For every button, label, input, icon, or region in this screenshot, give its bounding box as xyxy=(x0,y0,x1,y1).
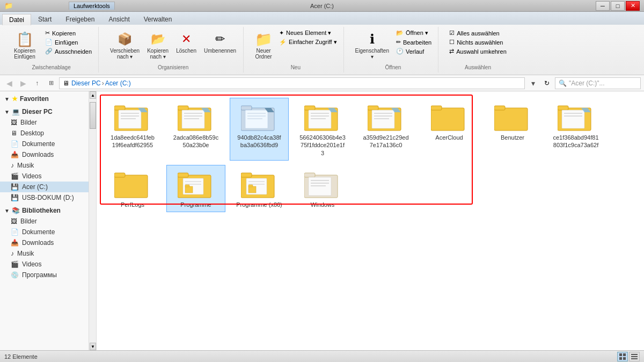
folder-f10-label: Programme xyxy=(180,201,211,208)
pfad-kopieren-button[interactable]: 📄 Einfügen xyxy=(43,38,94,46)
scrollbar-down-arrow[interactable]: ▼ xyxy=(90,343,96,350)
kopieren-nach-button[interactable]: 📂 Kopierennach ▾ xyxy=(144,29,171,61)
svg-rect-30 xyxy=(372,110,394,128)
address-path[interactable]: 🖥 Dieser PC › Acer (C:) xyxy=(59,77,525,89)
folder-f12[interactable]: Windows xyxy=(293,165,352,212)
verlauf-label: Verlauf xyxy=(406,48,424,55)
auswaehlen-side-items: ☑ Alles auswählen ☐ Nichts auswählen ⇄ A… xyxy=(447,29,509,55)
maximize-button[interactable]: □ xyxy=(611,1,625,11)
up-button[interactable]: ↑ xyxy=(31,77,43,89)
neues-element-button[interactable]: ✦ Neues Element ▾ xyxy=(277,29,339,37)
sidebar-header-favoriten[interactable]: ▼ ★ Favoriten xyxy=(0,93,96,104)
sidebar-section-bibliotheken: ▼ 📚 Bibliotheken 🖼 Bilder 📄 Dokumente 📥 … xyxy=(0,205,96,280)
group-oeffnen: ℹ Eigenschaften▾ 📂 Öffnen ▾ ✏ Bearbeiten… xyxy=(348,27,439,73)
forward-button[interactable]: ▶ xyxy=(17,77,29,89)
eigenschaften-button[interactable]: ℹ Eigenschaften▾ xyxy=(353,29,392,61)
scrollbar-thumb[interactable] xyxy=(90,102,96,129)
window-controls: ─ □ ✕ xyxy=(596,1,640,11)
verschieben-label: Verschiebennach ▾ xyxy=(110,48,140,60)
sidebar-item-downloads2[interactable]: 📥 Downloads xyxy=(0,237,96,248)
sidebar-scrollbar[interactable]: ▲ ▼ xyxy=(89,91,96,350)
sidebar-item-videos2[interactable]: 🎬 Videos xyxy=(0,259,96,270)
folder-grid: 1da8eedc641feb19f6eafdf62955 2adca086e8 xyxy=(101,96,640,214)
neuer-ordner-button[interactable]: 📁 NeuerOrdner xyxy=(252,29,275,61)
sidebar-item-acer-c[interactable]: 💾 Acer (C:) xyxy=(0,182,96,192)
sidebar-item-musik[interactable]: ♪ Musik xyxy=(0,160,96,171)
folder-f8[interactable]: ce1f368abd94f81803f1c9ca73a62f xyxy=(546,98,605,161)
sidebar-item-usb[interactable]: 💾 USB-DOKUM (D:) xyxy=(0,192,96,203)
sidebar-item-bilder[interactable]: 🖼 Bilder xyxy=(0,117,96,128)
folder-f5[interactable]: a359d9e21c29ed7e17a136c0 xyxy=(356,98,415,161)
svg-rect-59 xyxy=(248,186,256,193)
tab-start[interactable]: Start xyxy=(31,13,58,25)
folder-f11[interactable]: Programme (x86) xyxy=(230,165,289,212)
tab-ansicht[interactable]: Ansicht xyxy=(101,13,136,25)
oeffnen-button[interactable]: 📂 Öffnen ▾ xyxy=(394,29,434,37)
close-button[interactable]: ✕ xyxy=(626,1,640,11)
svg-rect-63 xyxy=(309,177,331,196)
folder-f1[interactable]: 1da8eedc641feb19f6eafdf62955 xyxy=(103,98,162,161)
scissors-icon: ✂ xyxy=(45,30,50,37)
tab-freigeben[interactable]: Freigeben xyxy=(58,13,101,25)
dropdown-button[interactable]: ▾ xyxy=(527,77,539,89)
title-bar: 📁 Laufwerktools Acer (C:) ─ □ ✕ xyxy=(0,0,644,12)
recent-locations-button[interactable]: ⊞ xyxy=(45,77,57,89)
sidebar-item-bilder2[interactable]: 🖼 Bilder xyxy=(0,216,96,227)
view-tiles-button[interactable] xyxy=(617,352,628,361)
sidebar-item-videos[interactable]: 🎬 Videos xyxy=(0,171,96,182)
path-dieser-pc[interactable]: Dieser PC xyxy=(71,79,101,87)
ausschneiden-button[interactable]: ✂ Kopieren xyxy=(43,29,94,37)
select-none-icon: ☐ xyxy=(449,39,455,46)
copy-paste-label: KopierenEinfügen xyxy=(14,48,35,60)
folder-f8-icon xyxy=(557,102,595,134)
back-button[interactable]: ◀ xyxy=(3,77,15,89)
zwischenablage-items: 📋 KopierenEinfügen ✂ Kopieren 📄 Einfügen… xyxy=(9,29,94,61)
dokumente2-label: Dokumente xyxy=(22,228,55,236)
ribbon: Datei Start Freigeben Ansicht Verwalten … xyxy=(0,12,644,75)
verknuepfung-einfuegen-button[interactable]: 🔗 Ausschneiden xyxy=(43,47,94,55)
path-acer-c[interactable]: Acer (C:) xyxy=(105,79,131,87)
sidebar-item-programme[interactable]: 💿 Программы xyxy=(0,270,96,280)
search-icon: 🔍 xyxy=(559,79,567,87)
search-box[interactable]: 🔍 "Acer (C:)"... xyxy=(555,77,641,89)
umbenennen-label: Umbenennen xyxy=(204,48,236,54)
tab-verwalten[interactable]: Verwalten xyxy=(137,13,179,25)
folder-f11-label: Programme (x86) xyxy=(236,201,282,208)
alles-auswaehlen-button[interactable]: ☑ Alles auswählen xyxy=(447,29,509,37)
sidebar-item-musik2[interactable]: ♪ Musik xyxy=(0,248,96,259)
verschieben-button[interactable]: 📦 Verschiebennach ▾ xyxy=(107,29,142,61)
auswahl-umkehren-button[interactable]: ⇄ Auswahl umkehren xyxy=(447,47,509,55)
svg-rect-73 xyxy=(631,358,638,359)
path-separator: › xyxy=(102,79,104,87)
sidebar-item-dokumente[interactable]: 📄 Dokumente xyxy=(0,139,96,149)
programme-label: Программы xyxy=(22,271,57,279)
refresh-button[interactable]: ↻ xyxy=(541,77,553,89)
einfacher-zugriff-button[interactable]: ⚡ Einfacher Zugriff ▾ xyxy=(277,38,339,46)
folder-f9[interactable]: PerfLogs xyxy=(103,165,162,212)
folder-f2[interactable]: 2adca086e8b59c50a23b0e xyxy=(166,98,225,161)
acer-c-label: Acer (C:) xyxy=(22,183,48,191)
ribbon-content: 📋 KopierenEinfügen ✂ Kopieren 📄 Einfügen… xyxy=(0,25,644,75)
folder-f10[interactable]: Programme xyxy=(166,165,225,212)
view-details-button[interactable] xyxy=(629,352,640,361)
sidebar-item-downloads[interactable]: 📥 Downloads xyxy=(0,149,96,160)
sidebar-header-bibliotheken[interactable]: ▼ 📚 Bibliotheken xyxy=(0,205,96,216)
loeschen-button[interactable]: ✕ Löschen xyxy=(173,29,199,55)
kopieren-einfuegen-button[interactable]: 📋 KopierenEinfügen xyxy=(9,29,41,61)
umbenennen-button[interactable]: ✏ Umbenennen xyxy=(201,29,239,55)
verlauf-button[interactable]: 🕐 Verlauf xyxy=(394,47,434,55)
folder-f4[interactable]: 5662406306b4e375f1fddce201e1f3 xyxy=(293,98,352,161)
folder-f3[interactable]: 940db82c4ca38fba3a0636fbd9 xyxy=(230,98,289,161)
folder-f6[interactable]: AcerCloud xyxy=(420,98,479,161)
tab-datei[interactable]: Datei xyxy=(2,14,31,25)
sidebar-item-desktop[interactable]: 🖥 Desktop xyxy=(0,128,96,139)
nichts-auswaehlen-button[interactable]: ☐ Nichts auswählen xyxy=(447,38,509,46)
bearbeiten-button[interactable]: ✏ Bearbeiten xyxy=(394,38,434,46)
folder-f7[interactable]: Benutzer xyxy=(483,98,542,161)
favoriten-icon: ★ xyxy=(12,95,18,103)
scrollbar-up-arrow[interactable]: ▲ xyxy=(90,91,96,99)
sidebar-header-dieser-pc[interactable]: ▼ 💻 Dieser PC xyxy=(0,106,96,117)
neu-items: 📁 NeuerOrdner ✦ Neues Element ▾ ⚡ Einfac… xyxy=(252,29,339,61)
sidebar-item-dokumente2[interactable]: 📄 Dokumente xyxy=(0,227,96,237)
minimize-button[interactable]: ─ xyxy=(596,1,610,11)
